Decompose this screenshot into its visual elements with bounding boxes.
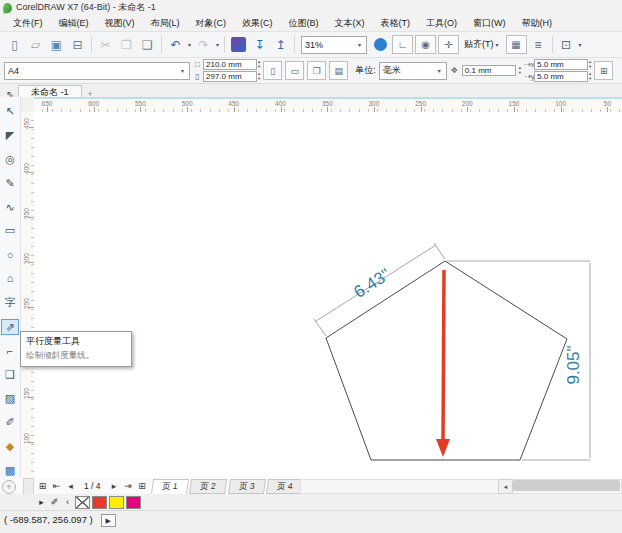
swatch-yellow[interactable] <box>109 496 124 509</box>
show-grid-icon[interactable]: ◉ <box>415 35 436 54</box>
menu-item[interactable]: 工具(O) <box>418 16 465 31</box>
page-tab[interactable]: 页 4 <box>266 479 304 494</box>
copy-icon[interactable]: ❐ <box>116 35 137 54</box>
v-ruler[interactable]: 45040035030025020015010050 <box>20 112 35 478</box>
paper-height-field[interactable]: 297.0 mm <box>203 71 257 82</box>
paper-width-spinner[interactable]: ▴▾ <box>258 60 260 69</box>
units-combo[interactable]: 毫米 ▾ <box>379 62 447 80</box>
transparency-tool[interactable]: ▨ <box>1 391 19 407</box>
drop-shadow-tool[interactable]: ❑ <box>1 367 19 383</box>
zoom-level-combo[interactable]: 31%▾ <box>301 36 367 54</box>
dimension-label-vertical[interactable]: 9.05" <box>564 345 583 384</box>
menu-item[interactable]: 表格(T) <box>373 16 419 31</box>
undo-icon[interactable]: ↶ <box>165 35 186 54</box>
pick-tool[interactable]: ↖ <box>1 104 19 120</box>
nudge-field[interactable]: 0.1 mm <box>462 65 516 76</box>
dimension-line[interactable] <box>314 319 326 336</box>
menu-item[interactable]: 窗口(W) <box>465 16 514 31</box>
save-icon[interactable]: ▣ <box>46 35 67 54</box>
palette-scroll-left-button[interactable]: ‹ <box>62 497 73 507</box>
prev-page-button[interactable]: ◂ <box>64 479 77 493</box>
menu-item[interactable]: 布局(L) <box>143 16 188 31</box>
drawing-canvas[interactable]: 6.43"9.05" <box>34 112 622 478</box>
scroll-left-button[interactable]: ◂ <box>498 479 513 494</box>
interactive-fill-tool[interactable]: ▩ <box>1 462 19 478</box>
show-guidelines-icon[interactable]: ✛ <box>438 35 459 54</box>
spin-down-icon[interactable]: ▾ <box>258 65 260 70</box>
page-tab[interactable]: 页 1 <box>150 479 188 494</box>
menu-item[interactable]: 文本(X) <box>327 16 373 31</box>
spin-down-icon[interactable]: ▾ <box>258 77 260 82</box>
color-eyedropper-tool[interactable]: ✐ <box>1 415 19 431</box>
menu-item[interactable]: 帮助(H) <box>514 16 561 31</box>
paste-icon[interactable]: ❑ <box>137 35 158 54</box>
options-icon[interactable]: ▦ <box>506 35 527 54</box>
export-icon[interactable]: ↥ <box>270 35 291 54</box>
search-content-icon[interactable] <box>228 35 249 54</box>
landscape-button[interactable]: ▭ <box>285 61 304 80</box>
open-folder-icon[interactable]: ▱ <box>25 35 46 54</box>
text-tool[interactable]: 字 <box>1 294 19 311</box>
palette-flyout-button[interactable]: ▸ <box>36 497 47 507</box>
full-screen-preview-icon[interactable] <box>370 35 391 54</box>
page-tab[interactable]: 页 2 <box>189 479 227 494</box>
new-document-icon[interactable]: ▯ <box>4 35 25 54</box>
fill-tool[interactable]: ◆ <box>1 438 19 454</box>
object-properties-icon[interactable]: ≡ <box>528 35 549 54</box>
spin-down-icon[interactable]: ▾ <box>519 71 521 76</box>
ruler-origin-corner[interactable] <box>20 97 35 113</box>
menu-item[interactable]: 视图(V) <box>97 16 143 31</box>
swatch-red[interactable] <box>92 496 107 509</box>
polygon-tool[interactable]: ⌂ <box>1 271 19 287</box>
ellipse-tool[interactable]: ○ <box>1 247 19 263</box>
quick-customize-button[interactable]: + <box>2 480 16 494</box>
menu-item[interactable]: 对象(C) <box>188 16 235 31</box>
freehand-tool[interactable]: ✎ <box>1 175 19 191</box>
add-page-start-button[interactable]: ⊞ <box>36 479 49 493</box>
menu-item[interactable]: 文件(F) <box>5 16 51 31</box>
portrait-button[interactable]: ▯ <box>263 61 282 80</box>
paper-height-spinner[interactable]: ▴▾ <box>258 72 260 81</box>
redo-icon[interactable]: ↷ <box>193 35 214 54</box>
show-rulers-icon[interactable]: ∟ <box>392 35 413 54</box>
spin-down-icon[interactable]: ▾ <box>589 65 591 70</box>
duplicate-y-spinner[interactable]: ▴▾ <box>589 72 591 81</box>
duplicate-y-field[interactable]: 5.0 mm <box>534 71 588 82</box>
cut-icon[interactable]: ✂ <box>95 35 116 54</box>
menu-item[interactable]: 效果(C) <box>234 16 281 31</box>
parallel-dimension-tool[interactable]: ⇗ <box>1 319 19 335</box>
shape-tool[interactable]: ◤ <box>1 128 19 144</box>
dimension-label-slanted[interactable]: 6.43" <box>350 265 393 302</box>
connector-tool[interactable]: ⌐ <box>1 343 19 359</box>
nudge-spinner[interactable]: ▴▾ <box>519 66 521 75</box>
treat-as-filled-button[interactable]: ⊞ <box>594 61 613 80</box>
h-ruler[interactable]: 65060055050045040035030025020015010050 <box>34 97 622 113</box>
swatch-no-fill[interactable] <box>75 496 90 509</box>
page-tab[interactable]: 页 3 <box>228 479 266 494</box>
print-icon[interactable]: ⊟ <box>67 35 88 54</box>
red-arrow-shaft[interactable] <box>443 270 444 440</box>
application-launcher-icon[interactable]: ⊡ <box>556 35 577 54</box>
red-arrow-head[interactable] <box>436 439 450 457</box>
rectangle-tool[interactable]: ▭ <box>1 223 19 239</box>
eyedropper-icon[interactable]: ✐ <box>49 497 60 507</box>
h-scrollbar-thumb[interactable] <box>513 480 620 491</box>
snap-button[interactable]: 贴齐(T)▾ <box>460 36 505 54</box>
spin-down-icon[interactable]: ▾ <box>589 77 591 82</box>
last-page-button[interactable]: ⇥ <box>122 479 135 493</box>
duplicate-x-field[interactable]: 5.0 mm <box>534 59 588 70</box>
first-page-button[interactable]: ⇤ <box>50 479 63 493</box>
import-icon[interactable]: ↧ <box>249 35 270 54</box>
swatch-magenta[interactable] <box>126 496 141 509</box>
menu-item[interactable]: 编辑(E) <box>51 16 97 31</box>
menu-item[interactable]: 位图(B) <box>281 16 327 31</box>
paper-width-field[interactable]: 210.0 mm <box>203 59 257 70</box>
all-pages-button[interactable]: ❐ <box>307 61 326 80</box>
add-page-end-button[interactable]: ⊞ <box>136 479 149 493</box>
next-page-button[interactable]: ▸ <box>108 479 121 493</box>
duplicate-x-spinner[interactable]: ▴▾ <box>589 60 591 69</box>
paper-size-combo[interactable]: A4 ▾ <box>4 62 190 80</box>
zoom-tool[interactable]: ◎ <box>1 152 19 168</box>
artistic-media-tool[interactable]: ∿ <box>1 199 19 215</box>
current-page-button[interactable]: ▤ <box>329 61 348 80</box>
